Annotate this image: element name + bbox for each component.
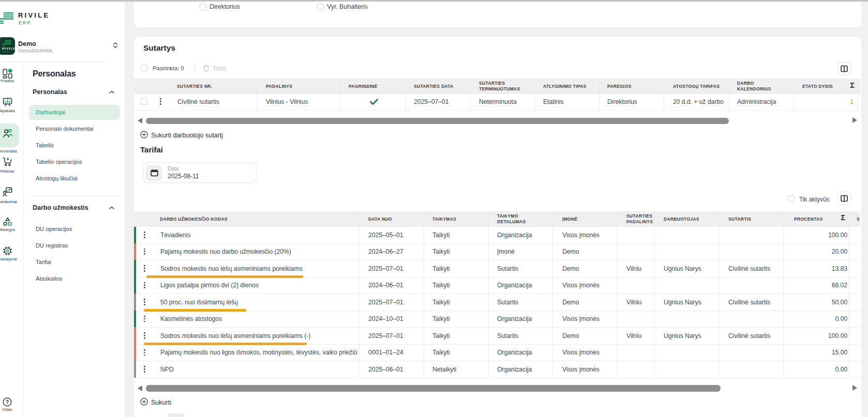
svg-text:?: ? (5, 399, 8, 405)
svg-text:RIVILE: RIVILE (2, 47, 15, 50)
